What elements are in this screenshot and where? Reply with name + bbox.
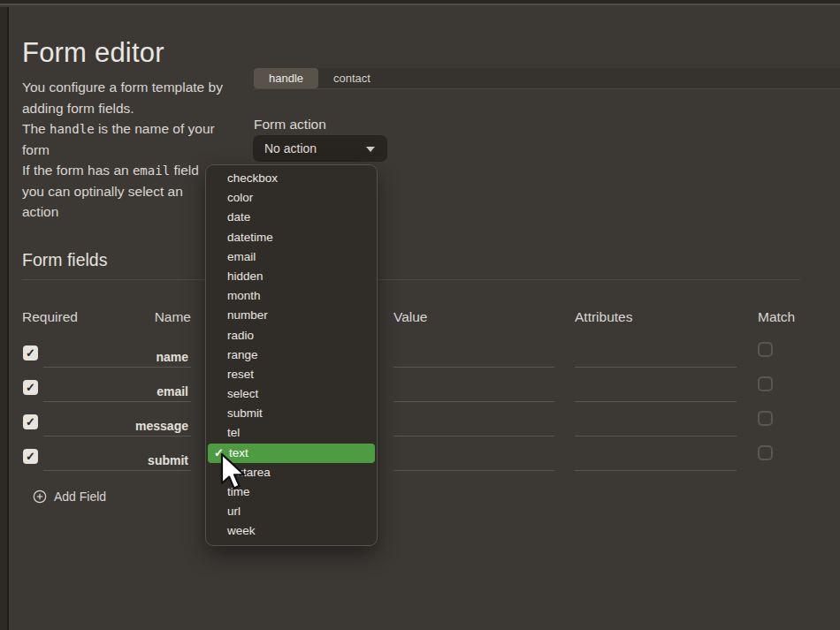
left-edge-strip: [0, 7, 9, 630]
check-icon: ✓: [26, 416, 35, 428]
intro-line: adding form fields.: [22, 98, 252, 119]
type-option-tel[interactable]: tel: [206, 423, 377, 443]
name-input[interactable]: message: [43, 409, 191, 436]
match-checkbox[interactable]: [758, 342, 773, 357]
circled-plus-icon: [33, 490, 47, 504]
field-name-value: message: [135, 419, 188, 433]
type-option-select[interactable]: select: [206, 384, 377, 404]
add-field-button[interactable]: Add Field: [33, 490, 106, 504]
type-option-month[interactable]: month: [206, 286, 377, 306]
name-input[interactable]: name: [43, 340, 191, 368]
type-option-label: color: [227, 191, 253, 204]
attributes-input[interactable]: [575, 375, 737, 402]
intro-segment: field: [170, 163, 199, 178]
check-icon: ✓: [26, 451, 35, 462]
check-icon: ✓: [26, 382, 35, 393]
intro-line: You configure a form template by: [22, 77, 252, 98]
type-option-label: tel: [227, 426, 240, 439]
name-input[interactable]: submit: [43, 444, 191, 471]
inline-code: handle: [50, 122, 95, 136]
required-checkbox[interactable]: ✓: [23, 345, 38, 361]
window-top-bar: [0, 0, 840, 5]
form-fields-heading: Form fields: [22, 250, 107, 270]
inline-code: email: [133, 163, 170, 178]
section-divider: [22, 279, 800, 280]
value-input[interactable]: [393, 375, 554, 402]
type-option-label: datetime: [227, 231, 273, 244]
match-checkbox[interactable]: [758, 445, 773, 460]
intro-segment: You configure a form template by: [22, 80, 223, 95]
type-option-label: radio: [227, 329, 254, 342]
value-input[interactable]: [393, 409, 554, 436]
match-checkbox[interactable]: [758, 411, 773, 426]
intro-line: The handle is the name of your: [22, 118, 252, 140]
intro-segment: is the name of your: [95, 121, 215, 136]
type-option-label: select: [227, 387, 258, 400]
type-option-submit[interactable]: submit: [206, 404, 377, 423]
value-input[interactable]: [393, 444, 554, 471]
type-option-label: url: [227, 505, 241, 518]
column-header-match: Match: [758, 309, 795, 325]
type-option-datetime[interactable]: datetime: [206, 228, 377, 247]
type-option-email[interactable]: email: [206, 247, 377, 267]
type-option-label: submit: [227, 406, 263, 420]
type-option-url[interactable]: url: [206, 502, 377, 521]
intro-segment: The: [22, 121, 50, 136]
type-option-label: checkbox: [227, 171, 278, 185]
required-checkbox[interactable]: ✓: [23, 414, 38, 429]
field-row-message: ✓message: [22, 409, 809, 444]
intro-line: form: [22, 140, 252, 161]
mouse-cursor: [220, 452, 250, 493]
intro-segment: form: [22, 142, 50, 157]
type-option-label: number: [227, 308, 268, 322]
tab-contact[interactable]: contact: [318, 68, 386, 88]
column-header-name: Name: [66, 309, 191, 325]
field-row-email: ✓email: [22, 375, 809, 409]
form-action-select[interactable]: No action: [253, 135, 387, 162]
type-option-label: week: [227, 524, 256, 537]
type-option-label: date: [227, 210, 250, 224]
intro-segment: action: [22, 204, 58, 219]
type-option-color[interactable]: color: [206, 188, 377, 208]
form-action-label: Form action: [254, 117, 326, 133]
field-name-value: email: [157, 384, 188, 398]
value-input[interactable]: [393, 340, 554, 368]
type-option-number[interactable]: number: [206, 306, 377, 325]
type-option-label: email: [227, 250, 256, 263]
required-checkbox[interactable]: ✓: [23, 449, 38, 464]
form-action-selected-value: No action: [253, 141, 317, 156]
add-field-label: Add Field: [54, 490, 106, 504]
field-row-name: ✓name: [22, 340, 809, 375]
type-option-label: hidden: [227, 269, 263, 283]
type-option-hidden[interactable]: hidden: [206, 267, 377, 286]
name-input[interactable]: email: [43, 375, 191, 402]
tab-handle[interactable]: handle: [254, 68, 318, 88]
attributes-input[interactable]: [575, 444, 737, 471]
field-row-submit: ✓submit: [22, 444, 809, 478]
tab-bar: handle contact: [254, 68, 840, 89]
type-option-radio[interactable]: radio: [206, 326, 377, 345]
required-checkbox[interactable]: ✓: [23, 380, 38, 395]
intro-segment: If the form has an: [22, 163, 133, 178]
column-header-attributes: Attributes: [575, 309, 632, 325]
column-header-value: Value: [393, 309, 428, 325]
type-option-week[interactable]: week: [206, 521, 377, 541]
attributes-input[interactable]: [575, 409, 737, 436]
field-name-value: submit: [148, 453, 188, 467]
type-option-range[interactable]: range: [206, 345, 377, 365]
intro-segment: you can optinally select an: [22, 184, 183, 199]
page-title: Form editor: [22, 37, 164, 69]
type-option-label: range: [227, 348, 258, 361]
form-editor-page: Form editor You configure a form templat…: [0, 0, 840, 630]
intro-segment: adding form fields.: [22, 101, 134, 116]
type-option-reset[interactable]: reset: [206, 365, 377, 384]
match-checkbox[interactable]: [758, 376, 773, 391]
chevron-down-icon: [366, 147, 375, 152]
check-icon: ✓: [26, 347, 35, 359]
field-name-value: name: [156, 350, 188, 364]
type-option-checkbox[interactable]: checkbox: [206, 169, 377, 188]
type-option-date[interactable]: date: [206, 208, 377, 227]
type-option-label: month: [227, 289, 261, 302]
type-option-label: reset: [227, 368, 254, 381]
attributes-input[interactable]: [575, 340, 737, 368]
